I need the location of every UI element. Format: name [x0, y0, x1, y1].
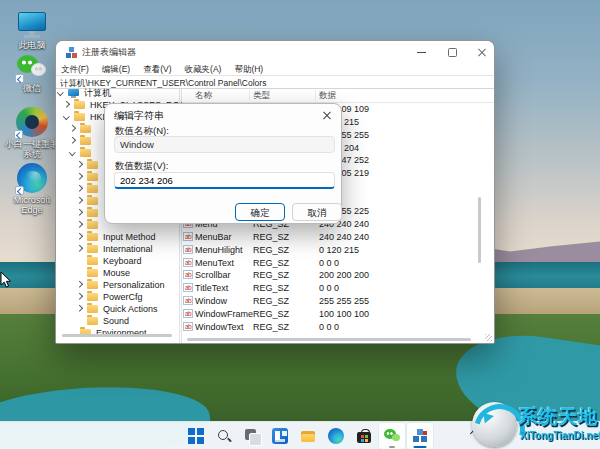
reg-sz-icon: ab — [183, 283, 193, 292]
registry-value-row[interactable]: abTitleTextREG_SZ0 0 0 — [182, 282, 494, 295]
value-type: REG_SZ — [253, 295, 289, 308]
regedit-taskbar-button[interactable] — [407, 423, 433, 449]
desktop-icon-xiaobai[interactable]: 小白一键重装系统 — [4, 107, 60, 159]
cancel-button[interactable]: 取消 — [292, 203, 342, 221]
chevron-right-icon[interactable] — [76, 197, 82, 203]
menu-view[interactable]: 查看(V) — [143, 63, 171, 75]
desktop: 此电脑 微信 小白一键重装系统 Microsoft Edge 注册表编辑器 文件 — [0, 0, 600, 449]
chevron-right-icon[interactable] — [76, 293, 82, 299]
tree-item-sound[interactable]: Sound — [56, 315, 179, 327]
close-icon[interactable] — [321, 109, 333, 121]
tree-item-label: Environment — [96, 327, 147, 339]
tree-item-environment[interactable]: Environment — [56, 327, 179, 339]
chevron-down-icon[interactable] — [69, 149, 75, 155]
start-button[interactable] — [183, 423, 209, 449]
value-name: Window — [195, 295, 227, 308]
close-button[interactable] — [468, 41, 495, 63]
tree-item-computer[interactable]: 计算机 — [56, 87, 179, 99]
folder-icon — [300, 428, 316, 444]
registry-value-row[interactable]: abMenuBarREG_SZ240 240 240 — [182, 231, 494, 244]
tree-item-label: 计算机 — [84, 87, 111, 99]
column-separator[interactable] — [315, 90, 316, 101]
chevron-right-icon[interactable] — [76, 233, 82, 239]
wechat-icon — [17, 55, 47, 81]
title-bar[interactable]: 注册表编辑器 — [56, 41, 494, 63]
registry-value-row[interactable]: abMenuHilightREG_SZ0 120 215 — [182, 244, 494, 257]
desktop-icon-wechat[interactable]: 微信 — [4, 55, 60, 93]
registry-value-row[interactable]: abMenuTextREG_SZ0 0 0 — [182, 257, 494, 270]
reg-sz-icon: ab — [183, 309, 193, 318]
folder-icon — [87, 197, 98, 206]
value-data: 0 0 0 — [319, 257, 339, 270]
chevron-right-icon[interactable] — [63, 101, 69, 107]
file-explorer-button[interactable] — [295, 423, 321, 449]
wechat-taskbar-button[interactable] — [379, 423, 405, 449]
desktop-icon-this-pc[interactable]: 此电脑 — [4, 12, 60, 50]
column-header-name[interactable]: 名称 — [195, 89, 212, 102]
chevron-down-icon[interactable] — [57, 89, 63, 95]
tree-item-personalization[interactable]: Personalization — [56, 279, 179, 291]
ok-button[interactable]: 确定 — [235, 203, 285, 221]
tree-item-quick-actions[interactable]: Quick Actions — [56, 303, 179, 315]
folder-icon — [87, 233, 98, 242]
folder-icon — [74, 101, 85, 110]
value-data: 240 240 240 — [319, 231, 369, 244]
tree-item-international[interactable]: International — [56, 243, 179, 255]
regedit-app-icon — [66, 47, 77, 58]
value-type: REG_SZ — [253, 308, 289, 321]
registry-value-row[interactable]: abWindowFrameREG_SZ100 100 100 — [182, 308, 494, 321]
folder-icon — [74, 113, 85, 122]
chevron-right-icon[interactable] — [76, 209, 82, 215]
menu-favorites[interactable]: 收藏夹(A) — [185, 63, 222, 75]
taskbar-search-button[interactable] — [211, 423, 237, 449]
value-type: REG_SZ — [253, 244, 289, 257]
registry-value-row[interactable]: abWindowREG_SZ255 255 255 — [182, 295, 494, 308]
resize-grip[interactable] — [485, 334, 492, 341]
tree-horizontal-scrollbar[interactable] — [62, 334, 172, 337]
menu-file[interactable]: 文件(F) — [61, 63, 89, 75]
chevron-right-icon[interactable] — [76, 305, 82, 311]
value-type: REG_SZ — [253, 257, 289, 270]
registry-value-row[interactable]: abWindowTextREG_SZ0 0 0 — [182, 321, 494, 334]
value-data-input[interactable]: 202 234 206 — [114, 172, 335, 189]
store-button[interactable] — [351, 423, 377, 449]
wechat-bubble-small — [31, 63, 46, 76]
menu-bar: 文件(F) 编辑(E) 查看(V) 收藏夹(A) 帮助(H) — [56, 63, 494, 75]
tree-item-keyboard[interactable]: Keyboard — [56, 255, 179, 267]
chevron-right-icon[interactable] — [69, 125, 75, 131]
chevron-right-icon[interactable] — [76, 281, 82, 287]
value-name-field[interactable]: Window — [114, 136, 335, 153]
minimize-button[interactable] — [408, 41, 436, 63]
list-vertical-scrollbar[interactable] — [478, 197, 481, 263]
desktop-icon-edge[interactable]: Microsoft Edge — [4, 163, 60, 215]
list-horizontal-scrollbar[interactable] — [187, 338, 471, 341]
chevron-right-icon[interactable] — [69, 137, 75, 143]
wechat-icon — [384, 428, 400, 444]
column-header-data[interactable]: 数据 — [319, 89, 336, 102]
tree-item-label: Keyboard — [103, 255, 142, 267]
value-name: TitleText — [195, 282, 228, 295]
column-header-type[interactable]: 类型 — [253, 89, 270, 102]
edge-button[interactable] — [323, 423, 349, 449]
tree-item-input-method[interactable]: Input Method — [56, 231, 179, 243]
widgets-button[interactable] — [267, 423, 293, 449]
regedit-icon — [412, 428, 428, 444]
chevron-right-icon[interactable] — [76, 245, 82, 251]
chevron-right-icon[interactable] — [76, 221, 82, 227]
this-pc-icon — [17, 12, 47, 38]
watermark-site: XiTongTianDi.net — [520, 430, 600, 441]
column-separator[interactable] — [249, 90, 250, 101]
task-view-button[interactable] — [239, 423, 265, 449]
chevron-down-icon[interactable] — [63, 113, 69, 119]
reg-sz-icon: ab — [183, 296, 193, 305]
menu-edit[interactable]: 编辑(E) — [102, 63, 130, 75]
registry-value-row[interactable]: abScrollbarREG_SZ200 200 200 — [182, 269, 494, 282]
tree-item-powercfg[interactable]: PowerCfg — [56, 291, 179, 303]
tree-item-label: Personalization — [103, 279, 165, 291]
chevron-right-icon[interactable] — [76, 173, 82, 179]
tree-item-mouse[interactable]: Mouse — [56, 267, 179, 279]
menu-help[interactable]: 帮助(H) — [234, 63, 263, 75]
chevron-right-icon[interactable] — [76, 185, 82, 191]
chevron-right-icon[interactable] — [76, 161, 82, 167]
maximize-button[interactable] — [438, 41, 466, 63]
